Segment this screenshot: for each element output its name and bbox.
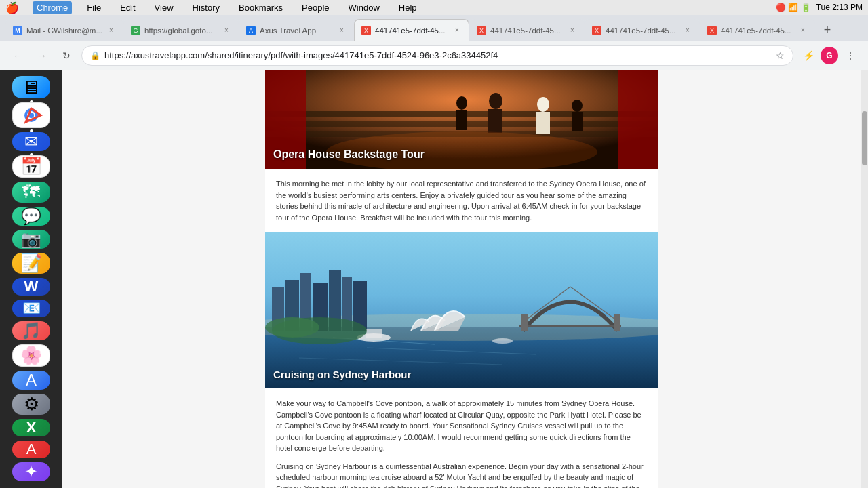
tab-label-pdf1: 441741e5-7ddf-45... xyxy=(375,26,448,35)
menubar-right: 🔴 📶 🔋 Tue 2:13 PM xyxy=(776,3,863,12)
svg-rect-17 xyxy=(618,70,658,169)
harbour-description: Make your way to Campbell's Cove pontoon… xyxy=(265,388,658,488)
tab-close-pdf3[interactable]: × xyxy=(683,26,692,35)
menubar: 🍎 Chrome File Edit View History Bookmark… xyxy=(0,0,868,15)
svg-point-12 xyxy=(537,97,549,112)
tab-favicon-pdf4: X xyxy=(707,26,717,35)
svg-point-41 xyxy=(265,317,319,338)
harbour-image: Cruising on Sydney Harbour xyxy=(265,232,658,388)
sidebar-icon-adobe[interactable]: A xyxy=(12,441,50,458)
menubar-bookmarks[interactable]: Bookmarks xyxy=(235,1,287,14)
lock-icon: 🔒 xyxy=(90,51,100,60)
omnibox-bar: ← → ↻ 🔒 https://axustravelapp.com/shared… xyxy=(0,41,868,70)
svg-rect-9 xyxy=(456,110,467,130)
tab-favicon-pdf3: X xyxy=(592,26,601,35)
page-area[interactable]: Opera House Backstage Tour This morning … xyxy=(62,70,861,488)
menubar-window[interactable]: Window xyxy=(344,1,384,14)
svg-rect-15 xyxy=(572,112,583,131)
browser-window: M Mail - GWilshire@m... × G https://glob… xyxy=(0,15,868,488)
extensions-button[interactable]: ⚡ xyxy=(799,46,818,65)
sidebar-icon-trash[interactable]: 🗑 xyxy=(12,485,50,488)
address-bar[interactable]: 🔒 https://axustravelapp.com/shared/itine… xyxy=(81,45,793,66)
tab-favicon-pdf2: X xyxy=(477,26,486,35)
new-tab-button[interactable]: + xyxy=(818,20,837,39)
menubar-help[interactable]: Help xyxy=(395,1,421,14)
menubar-icons: 🔴 📶 🔋 xyxy=(776,3,811,12)
svg-point-14 xyxy=(572,100,583,112)
tab-pdf1[interactable]: X 441741e5-7ddf-45... × xyxy=(354,19,469,41)
tab-pdf3[interactable]: X 441741e5-7ddf-45... × xyxy=(585,19,700,41)
svg-rect-11 xyxy=(488,109,502,133)
scrollbar-thumb[interactable] xyxy=(862,111,867,165)
tab-label-axus: Axus Travel App xyxy=(260,26,333,35)
sidebar-icon-calendar[interactable]: 📅 xyxy=(12,155,50,178)
sidebar-icon-maps[interactable]: 🗺 xyxy=(12,182,50,203)
reload-button[interactable]: ↻ xyxy=(57,46,76,65)
tab-axus[interactable]: A Axus Travel App × xyxy=(239,19,354,41)
tab-favicon-mail: M xyxy=(13,26,22,35)
sidebar-icon-chrome[interactable] xyxy=(12,102,50,128)
sidebar-icon-mail[interactable]: ✉ xyxy=(12,132,50,151)
sidebar-icon-sysprefs[interactable]: ⚙ xyxy=(12,394,50,415)
sidebar-icon-word[interactable]: W xyxy=(12,278,50,296)
sidebar-icon-music[interactable]: 🎵 xyxy=(12,321,50,340)
sidebar-icon-outlook[interactable]: 📧 xyxy=(12,300,50,317)
sidebar-icon-photos[interactable]: 🌸 xyxy=(12,344,50,367)
tab-goto[interactable]: G https://global.goto... × xyxy=(123,19,239,41)
sidebar-icon-appstore[interactable]: A xyxy=(12,371,50,390)
tab-pdf4[interactable]: X 441741e5-7ddf-45... × xyxy=(700,19,815,41)
sidebar-icon-messages[interactable]: 💬 xyxy=(12,207,50,226)
tab-label-pdf2: 441741e5-7ddf-45... xyxy=(490,26,564,35)
apple-menu[interactable]: 🍎 xyxy=(5,1,19,14)
menubar-edit[interactable]: Edit xyxy=(116,1,139,14)
tab-close-mail[interactable]: × xyxy=(106,26,116,35)
svg-rect-35 xyxy=(366,329,382,338)
svg-rect-30 xyxy=(521,314,528,331)
tab-close-pdf1[interactable]: × xyxy=(452,26,462,35)
menubar-file[interactable]: File xyxy=(83,1,105,14)
opera-house-image: Opera House Backstage Tour xyxy=(265,70,658,169)
tab-close-goto[interactable]: × xyxy=(222,26,231,35)
tab-close-pdf4[interactable]: × xyxy=(798,26,808,35)
sidebar-dock: 🖥 ✉ 📅 xyxy=(0,70,62,488)
svg-rect-13 xyxy=(536,112,550,134)
svg-point-10 xyxy=(489,93,502,109)
scrollbar-track[interactable] xyxy=(861,70,868,488)
menubar-people[interactable]: People xyxy=(298,1,333,14)
tab-mail[interactable]: M Mail - GWilshire@m... × xyxy=(5,19,123,41)
svg-point-36 xyxy=(492,338,513,344)
sidebar-icon-notes[interactable]: 📝 xyxy=(12,253,50,274)
harbour-caption: Cruising on Sydney Harbour xyxy=(273,369,411,380)
menubar-time: Tue 2:13 PM xyxy=(816,3,863,12)
profile-button[interactable]: G xyxy=(821,47,838,64)
forward-button[interactable]: → xyxy=(33,46,52,65)
tab-label-pdf4: 441741e5-7ddf-45... xyxy=(721,26,794,35)
tab-label-mail: Mail - GWilshire@m... xyxy=(26,26,102,35)
tab-close-axus[interactable]: × xyxy=(337,26,347,35)
sidebar-icon-facetime[interactable]: 📷 xyxy=(12,230,50,249)
page-content: Opera House Backstage Tour This morning … xyxy=(265,70,658,488)
tab-pdf2[interactable]: X 441741e5-7ddf-45... × xyxy=(469,19,585,41)
tab-favicon-goto: G xyxy=(131,26,140,35)
menubar-chrome[interactable]: Chrome xyxy=(33,1,72,14)
svg-rect-31 xyxy=(614,314,620,331)
sidebar-icon-other[interactable]: ✦ xyxy=(12,462,50,481)
browser-content: 🖥 ✉ 📅 xyxy=(0,70,868,488)
bookmark-star-icon[interactable]: ☆ xyxy=(776,50,785,61)
toolbar-right: ⚡ G ⋮ xyxy=(799,46,860,65)
tab-label-pdf3: 441741e5-7ddf-45... xyxy=(606,26,679,35)
tab-favicon-axus: A xyxy=(246,26,256,35)
tab-close-pdf2[interactable]: × xyxy=(568,26,577,35)
tab-bar: M Mail - GWilshire@m... × G https://glob… xyxy=(0,15,868,41)
sidebar-icon-excel[interactable]: X xyxy=(12,419,50,436)
tab-label-goto: https://global.goto... xyxy=(144,26,218,35)
menubar-history[interactable]: History xyxy=(189,1,224,14)
url-text[interactable]: https://axustravelapp.com/shared/itinera… xyxy=(104,50,772,60)
sidebar-icon-finder[interactable]: 🖥 xyxy=(12,76,50,98)
menu-button[interactable]: ⋮ xyxy=(841,46,860,65)
opera-house-caption: Opera House Backstage Tour xyxy=(273,148,425,161)
opera-house-description: This morning be met in the lobby by our … xyxy=(265,169,658,232)
svg-point-8 xyxy=(456,96,467,110)
back-button[interactable]: ← xyxy=(8,46,27,65)
menubar-view[interactable]: View xyxy=(151,1,178,14)
